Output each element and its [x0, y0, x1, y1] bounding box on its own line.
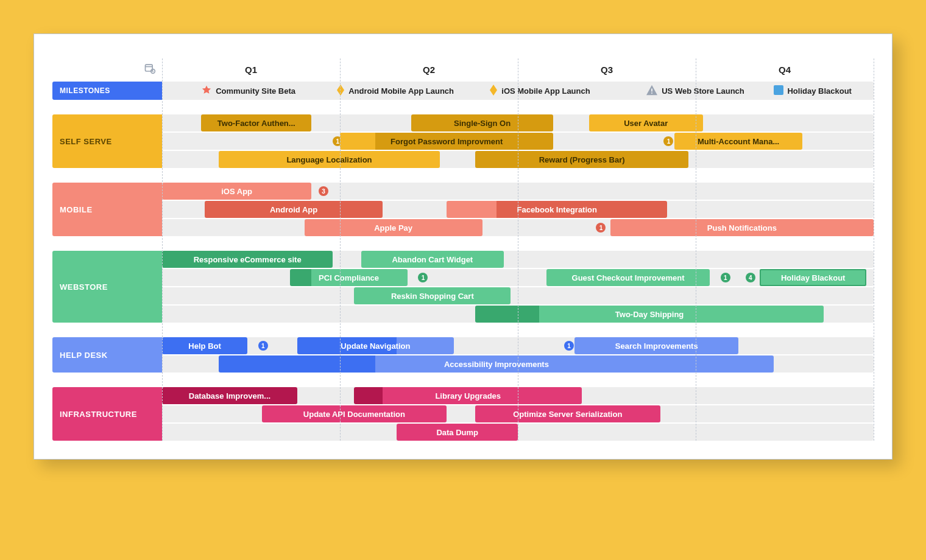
swimlane: Responsive eCommerce siteAbandon Cart Wi… [162, 251, 874, 268]
task-bar[interactable]: Apple Pay [305, 219, 482, 236]
count-badge[interactable]: 1 [721, 273, 730, 282]
category-ws: WEBSTOREResponsive eCommerce siteAbandon… [52, 251, 874, 323]
swimlane: Two-Day Shipping [162, 306, 874, 323]
task-bar[interactable]: Guest Checkout Improvement [546, 269, 710, 286]
swimlane: Android AppFacebook Integration [162, 201, 874, 218]
category-label: MOBILE [52, 183, 162, 236]
quarter-header: Q2 [340, 58, 518, 80]
category-if: INFRASTRUCTUREDatabase Improvem...Librar… [52, 387, 874, 441]
task-bar[interactable]: Two-Factor Authen... [201, 114, 311, 131]
count-badge[interactable]: 1 [258, 341, 268, 351]
swimlane: Reskin Shopping Cart [162, 287, 874, 304]
task-bar[interactable]: Help Bot [162, 337, 247, 354]
count-badge[interactable]: 3 [319, 186, 328, 196]
milestone-label: Holiday Blackout [787, 86, 851, 96]
count-badge[interactable]: 1 [564, 341, 574, 351]
task-bar[interactable]: Abandon Cart Widget [361, 251, 504, 268]
task-bar[interactable]: PCI Compliance [290, 269, 408, 286]
count-badge[interactable]: 1 [596, 223, 606, 233]
milestones-label: MILESTONES [52, 82, 162, 100]
task-bar[interactable]: iOS App [162, 183, 311, 200]
diamond-icon [336, 85, 345, 97]
task-bar[interactable]: Search Improvements [574, 337, 738, 354]
milestone[interactable]: Android Mobile App Launch [336, 85, 454, 97]
count-badge[interactable]: 1 [663, 136, 673, 146]
swimlane: PCI Compliance1Guest Checkout Improvemen… [162, 269, 874, 286]
category-ss: SELF SERVETwo-Factor Authen...Single-Sig… [52, 114, 874, 168]
swimlane: Help Bot1Update Navigation1Search Improv… [162, 337, 874, 354]
category-hd: HELP DESKHelp Bot1Update Navigation1Sear… [52, 337, 874, 373]
diamond-icon [489, 85, 498, 97]
milestone[interactable]: iOS Mobile App Launch [489, 85, 590, 97]
task-bar[interactable]: Language Localization [219, 151, 439, 168]
category-mb: MOBILEiOS App3Android AppFacebook Integr… [52, 183, 874, 236]
milestone[interactable]: US Web Store Launch [646, 85, 744, 97]
count-badge[interactable]: 4 [746, 273, 755, 282]
category-label: HELP DESK [52, 337, 162, 373]
category-label: SELF SERVE [52, 114, 162, 168]
task-bar[interactable]: Two-Day Shipping [475, 306, 824, 323]
milestones-row: MILESTONES Community Site BetaAndroid Mo… [52, 82, 874, 100]
gridline [874, 58, 874, 441]
task-bar[interactable]: Reskin Shopping Cart [354, 287, 511, 304]
roadmap-frame: Q1Q2Q3Q4 MILESTONES Community Site BetaA… [34, 33, 892, 460]
swimlane: 1Forgot Password Improvment1Multi-Accoun… [162, 133, 874, 150]
task-bar[interactable]: Push Notifications [610, 219, 874, 236]
task-bar[interactable]: Reward (Progress Bar) [475, 151, 688, 168]
task-bar[interactable]: Multi-Account Mana... [674, 133, 802, 150]
svg-point-3 [152, 71, 154, 72]
task-bar[interactable]: Update Navigation [297, 337, 454, 354]
svg-rect-6 [774, 85, 783, 95]
star-icon [201, 85, 212, 97]
calendar-settings-icon[interactable] [144, 62, 156, 77]
swimlane: Language LocalizationReward (Progress Ba… [162, 151, 874, 168]
swimlane: Update API DocumentationOptimize Server … [162, 405, 874, 422]
count-badge[interactable]: 1 [418, 273, 428, 282]
task-bar[interactable]: Optimize Server Serialization [475, 405, 660, 422]
task-bar[interactable]: Android App [205, 201, 383, 218]
task-bar[interactable]: Holiday Blackout [760, 269, 866, 286]
task-bar[interactable]: Single-Sign On [411, 114, 554, 131]
quarter-header: Q3 [518, 58, 696, 80]
milestone-label: iOS Mobile App Launch [501, 86, 590, 96]
milestone[interactable]: Holiday Blackout [774, 85, 851, 97]
swimlane: Database Improvem...Library Upgrades [162, 387, 874, 404]
task-bar[interactable]: Forgot Password Improvment [340, 133, 553, 150]
task-bar[interactable]: Library Upgrades [354, 387, 582, 404]
swimlane: Apple Pay1Push Notifications [162, 219, 874, 236]
swimlane: Two-Factor Authen...Single-Sign OnUser A… [162, 114, 874, 131]
task-bar[interactable]: Database Improvem... [162, 387, 297, 404]
milestone-label: Android Mobile App Launch [348, 86, 454, 96]
swimlane: Data Dump [162, 424, 874, 441]
task-bar[interactable]: Facebook Integration [447, 201, 667, 218]
task-bar[interactable]: Data Dump [397, 424, 518, 441]
task-bar[interactable]: User Avatar [589, 114, 703, 131]
timeline-header: Q1Q2Q3Q4 [52, 58, 874, 80]
category-label: WEBSTORE [52, 251, 162, 323]
task-bar[interactable]: Update API Documentation [262, 405, 447, 422]
milestone-label: US Web Store Launch [662, 86, 744, 96]
square-icon [774, 85, 783, 97]
milestone[interactable]: Community Site Beta [201, 85, 295, 97]
category-label: INFRASTRUCTURE [52, 387, 162, 441]
svg-rect-5 [651, 93, 652, 94]
roadmap-sheet: Q1Q2Q3Q4 MILESTONES Community Site BetaA… [52, 58, 874, 441]
milestone-label: Community Site Beta [216, 86, 295, 96]
swimlane: iOS App3 [162, 183, 874, 200]
quarter-header: Q4 [696, 58, 874, 80]
quarter-header: Q1 [162, 58, 340, 80]
task-bar[interactable]: Accessibility Improvements [219, 355, 774, 373]
task-bar[interactable]: Responsive eCommerce site [162, 251, 333, 268]
swimlane: Accessibility Improvements [162, 355, 874, 373]
warn-icon [646, 85, 658, 97]
svg-rect-4 [651, 88, 652, 91]
